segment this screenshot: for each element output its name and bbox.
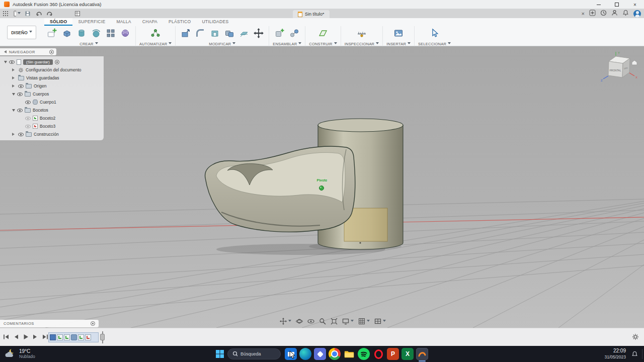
timeline-settings-gear-icon[interactable]	[632, 333, 639, 342]
shell-icon[interactable]	[208, 27, 221, 40]
taskbar-app-spotify[interactable]	[358, 348, 370, 360]
expander-icon[interactable]	[12, 84, 16, 87]
tree-item-sketches[interactable]: Bocetos	[0, 106, 104, 114]
add-tab-icon[interactable]	[589, 9, 596, 18]
revolve-icon[interactable]	[75, 27, 88, 40]
look-at-icon[interactable]	[307, 317, 314, 326]
history-icon[interactable]	[600, 9, 607, 18]
taskbar-app-fusion-360[interactable]	[416, 348, 428, 360]
visibility-eye-icon[interactable]	[25, 125, 31, 128]
comments-panel[interactable]: COMENTARIOS	[0, 320, 99, 327]
fillet-icon[interactable]	[194, 27, 207, 40]
taskbar-app-powerpoint[interactable]	[387, 348, 399, 360]
tab-plastico[interactable]: PLÁSTICO	[163, 18, 196, 26]
expander-icon[interactable]	[12, 133, 16, 136]
tab-chapa[interactable]: CHAPA	[137, 18, 163, 26]
show-desktop-button[interactable]	[642, 349, 642, 359]
panel-options-icon[interactable]	[49, 50, 54, 54]
tree-item-bodies[interactable]: Cuerpos	[0, 90, 104, 98]
press-pull-icon[interactable]	[179, 27, 192, 40]
construction-plane-icon[interactable]	[316, 27, 330, 40]
seleccionar-menu[interactable]: SELECCIONAR	[418, 42, 451, 46]
expander-icon[interactable]	[4, 61, 7, 65]
undo-icon[interactable]	[35, 10, 43, 17]
weather-widget[interactable]: 19°C Nublado	[4, 348, 35, 360]
step-for ward-icon[interactable]	[32, 333, 38, 342]
pivot-marker[interactable]	[319, 186, 324, 191]
visibility-eye-icon[interactable]	[18, 133, 24, 136]
redo-icon[interactable]	[46, 10, 54, 17]
close-button[interactable]: ×	[626, 0, 644, 9]
data-panel-icon[interactable]	[73, 10, 82, 17]
step-back-icon[interactable]	[13, 333, 19, 342]
crear-menu[interactable]: CREAR	[79, 42, 98, 46]
activate-document-icon[interactable]	[55, 60, 59, 64]
create-sketch-icon[interactable]	[46, 27, 59, 40]
taskbar-app-photos[interactable]	[314, 348, 326, 360]
profile-icon[interactable]	[611, 9, 618, 18]
select-cursor-icon[interactable]	[428, 27, 441, 40]
grid-settings-icon[interactable]	[358, 317, 370, 326]
visibility-eye-icon[interactable]	[17, 109, 23, 112]
tree-root-document[interactable]: (Sin guardar)	[0, 58, 104, 66]
tab-utilidades[interactable]: UTILIDADES	[196, 18, 234, 26]
close-tab-icon[interactable]: ×	[582, 11, 585, 17]
taskbar-app-chrome[interactable]	[329, 348, 341, 360]
collapse-panel-icon[interactable]	[3, 50, 7, 53]
system-clock[interactable]: 22:09 31/05/2023	[604, 348, 626, 359]
timeline-feature-sketch[interactable]	[78, 334, 84, 340]
expander-icon[interactable]	[12, 68, 16, 71]
timeline-position-marker[interactable]	[100, 331, 105, 343]
display-settings-icon[interactable]	[342, 317, 354, 326]
document-tab[interactable]: Sin título*	[293, 10, 330, 18]
tree-item-origin[interactable]: Origen	[0, 82, 104, 90]
tab-malla[interactable]: MALLA	[111, 18, 136, 26]
file-menu-icon[interactable]	[13, 10, 21, 17]
viewports-icon[interactable]	[374, 317, 386, 326]
sweep-icon[interactable]	[90, 27, 103, 40]
save-icon[interactable]	[24, 10, 32, 17]
search-input[interactable]	[240, 351, 276, 356]
go-to-end-icon[interactable]	[42, 333, 49, 342]
taskbar-app-excel[interactable]	[401, 348, 414, 360]
visibility-eye-icon[interactable]	[18, 84, 24, 88]
visibility-eye-icon[interactable]	[17, 93, 23, 96]
tree-item-body1[interactable]: Cuerpo1	[0, 98, 104, 106]
tree-item-named-views[interactable]: Vistas guardadas	[0, 74, 104, 82]
timeline-feature-base[interactable]	[50, 334, 56, 340]
timeline-feature-sketch[interactable]	[85, 334, 91, 340]
tab-solido[interactable]: SÓLIDO	[44, 18, 72, 26]
hook-body[interactable]	[205, 146, 355, 232]
expander-icon[interactable]	[12, 109, 15, 113]
taskbar-app-opera[interactable]	[372, 348, 384, 360]
new-component-icon[interactable]	[273, 27, 286, 40]
visibility-eye-icon[interactable]	[25, 117, 31, 120]
tree-item-sketch3[interactable]: Boceto3	[0, 122, 104, 130]
fit-icon[interactable]	[331, 317, 338, 326]
extrude-icon[interactable]	[60, 27, 73, 40]
go-to-start-icon[interactable]	[3, 333, 10, 342]
taskbar-search[interactable]	[227, 348, 281, 359]
apps-grid-icon[interactable]	[2, 10, 10, 17]
automate-icon[interactable]	[149, 27, 162, 40]
inspeccionar-menu[interactable]: INSPECCIONAR	[345, 42, 379, 46]
move-icon[interactable]	[252, 27, 265, 40]
tree-item-doc-settings[interactable]: Configuración del documento	[0, 66, 104, 74]
orbit-icon[interactable]	[296, 317, 303, 326]
notifications-icon[interactable]	[622, 9, 629, 18]
pattern-icon[interactable]	[104, 27, 117, 40]
minimize-button[interactable]	[590, 0, 608, 9]
modificar-menu[interactable]: MODIFICAR	[209, 42, 235, 46]
joint-icon[interactable]	[288, 27, 301, 40]
visibility-eye-icon[interactable]	[9, 60, 15, 64]
measure-icon[interactable]	[355, 27, 368, 40]
zoom-icon[interactable]	[319, 317, 326, 326]
automatizar-menu[interactable]: AUTOMATIZAR	[139, 42, 172, 46]
navigator-header[interactable]: NAVEGADOR	[0, 48, 56, 55]
notification-center-icon[interactable]	[631, 350, 638, 359]
tree-item-construction[interactable]: Construcción	[0, 130, 104, 138]
start-button[interactable]	[215, 349, 224, 360]
taskbar-app-edge[interactable]	[299, 348, 311, 360]
view-cube[interactable]: FRONTAL DER Y Z X	[601, 50, 642, 82]
design-mode-dropdown[interactable]: DISEÑO	[7, 26, 36, 39]
